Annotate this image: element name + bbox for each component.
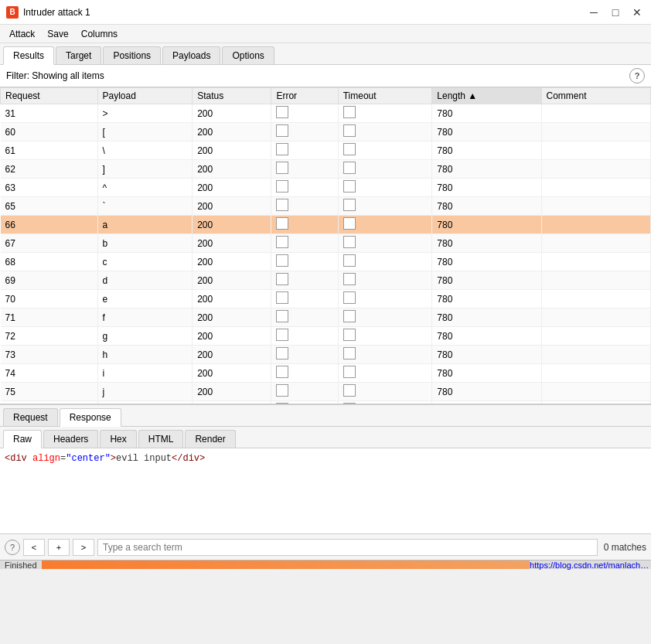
col-timeout[interactable]: Timeout (338, 88, 432, 104)
nav-next-button[interactable]: > (73, 539, 94, 556)
close-button[interactable]: ✕ (629, 5, 645, 20)
col-length[interactable]: Length ▲ (432, 88, 541, 104)
checkbox[interactable] (276, 403, 288, 404)
table-row[interactable]: 67b200780 (1, 234, 651, 253)
checkbox[interactable] (276, 217, 288, 230)
window-title: Intruder attack 1 (23, 7, 586, 18)
table-row[interactable]: 62]200780 (1, 160, 651, 179)
url-label: https://blog.csdn.net/manlachang (530, 561, 651, 570)
checkbox[interactable] (276, 347, 288, 359)
table-row[interactable]: 31>200780 (1, 104, 651, 123)
tab-payloads[interactable]: Payloads (162, 46, 220, 64)
checkbox[interactable] (276, 384, 288, 397)
table-row[interactable]: 75j200780 (1, 383, 651, 401)
checkbox[interactable] (276, 199, 288, 211)
table-row[interactable]: 63^200780 (1, 179, 651, 197)
checkbox[interactable] (276, 254, 288, 267)
checkbox[interactable] (276, 180, 288, 193)
table-row[interactable]: 66a200780 (1, 216, 651, 234)
menu-save[interactable]: Save (41, 27, 74, 41)
results-table: Request Payload Status Error Timeout Len… (0, 87, 651, 404)
col-payload[interactable]: Payload (97, 88, 193, 104)
col-status[interactable]: Status (193, 88, 271, 104)
checkbox[interactable] (276, 329, 288, 341)
checkbox[interactable] (343, 273, 356, 285)
checkbox[interactable] (276, 310, 288, 322)
checkbox[interactable] (343, 329, 356, 341)
table-row[interactable]: 69d200780 (1, 271, 651, 290)
tab-render[interactable]: Render (185, 430, 235, 448)
checkbox[interactable] (343, 236, 356, 248)
minimize-button[interactable]: ─ (586, 5, 602, 20)
checkbox[interactable] (343, 106, 356, 118)
checkbox[interactable] (276, 106, 288, 118)
tab-results[interactable]: Results (3, 46, 54, 65)
status-help-button[interactable]: ? (5, 540, 20, 555)
tab-request[interactable]: Request (3, 408, 58, 426)
title-bar: B Intruder attack 1 ─ □ ✕ (0, 0, 651, 25)
checkbox[interactable] (276, 273, 288, 285)
nav-prev-button[interactable]: < (23, 539, 45, 556)
checkbox[interactable] (343, 162, 356, 174)
col-comment[interactable]: Comment (541, 88, 650, 104)
col-error[interactable]: Error (271, 88, 338, 104)
filter-help-button[interactable]: ? (629, 68, 645, 83)
progress-bar-container: Finished https://blog.csdn.net/manlachan… (0, 560, 651, 569)
menu-columns[interactable]: Columns (75, 27, 124, 41)
table-row[interactable]: 68c200780 (1, 253, 651, 271)
table-row[interactable]: 72g200780 (1, 327, 651, 346)
checkbox[interactable] (343, 254, 356, 267)
table-row[interactable]: 60[200780 (1, 123, 651, 141)
checkbox[interactable] (276, 143, 288, 155)
filter-bar: Filter: Showing all items ? (0, 65, 651, 87)
bottom-tabs-row: Request Response (0, 405, 651, 427)
checkbox[interactable] (343, 180, 356, 193)
table-header-row: Request Payload Status Error Timeout Len… (1, 88, 651, 104)
results-table-container[interactable]: Request Payload Status Error Timeout Len… (0, 87, 651, 404)
checkbox[interactable] (343, 310, 356, 322)
checkbox[interactable] (276, 162, 288, 174)
checkbox[interactable] (343, 366, 356, 378)
maximize-button[interactable]: □ (608, 5, 623, 20)
col-request[interactable]: Request (1, 88, 98, 104)
checkbox[interactable] (343, 291, 356, 304)
tab-hex[interactable]: Hex (100, 430, 136, 448)
checkbox[interactable] (276, 291, 288, 304)
tab-target[interactable]: Target (56, 46, 101, 64)
table-row[interactable]: 71f200780 (1, 308, 651, 327)
nav-add-button[interactable]: + (48, 539, 70, 556)
filter-text: Filter: Showing all items (6, 70, 104, 81)
checkbox[interactable] (343, 217, 356, 230)
status-bar: ? < + > 0 matches (0, 533, 651, 560)
table-row[interactable]: 61\200780 (1, 141, 651, 160)
bottom-panel: Request Response Raw Headers Hex HTML Re… (0, 404, 651, 533)
checkbox[interactable] (276, 366, 288, 378)
checkbox[interactable] (343, 347, 356, 359)
table-row[interactable]: 70e200780 (1, 290, 651, 308)
main-tabs: Results Target Positions Payloads Option… (0, 43, 651, 65)
menu-attack[interactable]: Attack (3, 27, 41, 41)
tab-headers[interactable]: Headers (43, 430, 98, 448)
checkbox[interactable] (276, 236, 288, 248)
tab-options[interactable]: Options (222, 46, 274, 64)
app-icon: B (6, 6, 19, 19)
window-controls: ─ □ ✕ (586, 5, 645, 20)
search-input[interactable] (97, 539, 598, 556)
tab-raw[interactable]: Raw (3, 430, 42, 448)
table-row[interactable]: 65`200780 (1, 197, 651, 216)
table-row[interactable]: 76k200780 (1, 401, 651, 405)
table-body: 31>20078060[20078061\20078062]20078063^2… (1, 104, 651, 405)
checkbox[interactable] (276, 124, 288, 137)
response-content: <div align="center">evil input</div> (0, 448, 651, 533)
table-row[interactable]: 74i200780 (1, 364, 651, 383)
tab-response[interactable]: Response (60, 408, 121, 427)
matches-count: 0 matches (604, 542, 646, 553)
checkbox[interactable] (343, 403, 356, 404)
tab-positions[interactable]: Positions (103, 46, 161, 64)
checkbox[interactable] (343, 199, 356, 211)
checkbox[interactable] (343, 143, 356, 155)
checkbox[interactable] (343, 124, 356, 137)
tab-html[interactable]: HTML (138, 430, 184, 448)
checkbox[interactable] (343, 384, 356, 397)
table-row[interactable]: 73h200780 (1, 346, 651, 364)
